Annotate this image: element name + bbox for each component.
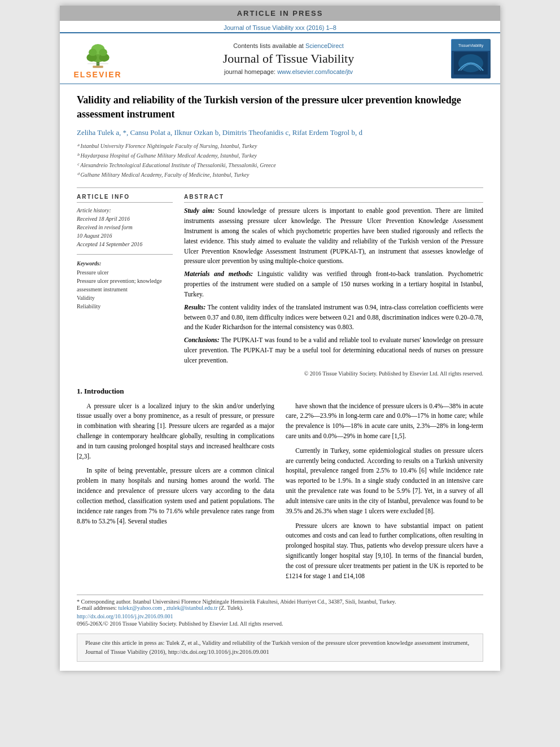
keyword-3: Validity bbox=[77, 294, 173, 302]
affiliation-d: ᵈ Gulhane Military Medical Academy, Facu… bbox=[77, 171, 483, 180]
article-info-abstract: ARTICLE INFO Article history: Received 1… bbox=[77, 194, 483, 376]
received-date: Received 18 April 2016 bbox=[77, 215, 173, 223]
intro-body-text-left: A pressure ulcer is a localized injury t… bbox=[77, 401, 274, 527]
journal-title-header: Journal of Tissue Viability bbox=[134, 51, 443, 66]
intro-para-5: Pressure ulcers are known to have substa… bbox=[286, 521, 483, 582]
affiliation-b: ᵇ Haydarpasa Hospital of Gulhane Militar… bbox=[77, 151, 483, 160]
intro-body: A pressure ulcer is a localized injury t… bbox=[77, 401, 483, 586]
copyright: © 2016 Tissue Viability Society. Publish… bbox=[184, 370, 483, 377]
svg-rect-7 bbox=[93, 66, 103, 68]
email-link-1[interactable]: tulekz@yahoo.com bbox=[118, 605, 162, 611]
keyword-1: Pressure ulcer bbox=[77, 268, 173, 277]
citation-box: Please cite this article in press as: Tu… bbox=[77, 634, 483, 662]
elsevier-label: ELSEVIER bbox=[73, 70, 121, 79]
corresponding-author: * Corresponding author. Istanbul Univers… bbox=[77, 599, 483, 605]
journal-header-center: Contents lists available at ScienceDirec… bbox=[134, 42, 443, 75]
divider-keywords bbox=[77, 254, 173, 255]
keyword-2: Pressure ulcer prevention; knowledge ass… bbox=[77, 277, 173, 294]
article-info-header: ARTICLE INFO bbox=[77, 194, 173, 203]
homepage-link[interactable]: www.elsevier.com/locate/jtv bbox=[277, 68, 353, 75]
elsevier-logo: ELSEVIER bbox=[67, 38, 129, 79]
intro-right-col: have shown that the incidence of pressur… bbox=[286, 401, 483, 586]
intro-left-col: A pressure ulcer is a localized injury t… bbox=[77, 401, 274, 586]
keywords-list: Pressure ulcer Pressure ulcer prevention… bbox=[77, 268, 173, 311]
abstract-methods: Materials and methods: Linguistic validi… bbox=[184, 269, 483, 299]
issn-line: 0965-206X/© 2016 Tissue Viability Societ… bbox=[77, 621, 483, 627]
svg-point-5 bbox=[89, 49, 97, 56]
article-title: Validity and reliability of the Turkish … bbox=[77, 93, 483, 121]
abstract-results: Results: The content validity index of t… bbox=[184, 303, 483, 333]
abstract-study-aim: Study aim: Sound knowledge of pressure u… bbox=[184, 206, 483, 267]
journal-header: ELSEVIER Contents lists available at Sci… bbox=[60, 32, 500, 84]
article-info-column: ARTICLE INFO Article history: Received 1… bbox=[77, 194, 173, 376]
abstract-text: Study aim: Sound knowledge of pressure u… bbox=[184, 206, 483, 365]
journal-logo-right: TissueViability bbox=[448, 39, 493, 78]
history-label: Article history: bbox=[77, 206, 173, 215]
homepage-line: journal homepage: www.elsevier.com/locat… bbox=[134, 68, 443, 75]
affiliation-c: ᶜ Alexandreio Technological Educational … bbox=[77, 161, 483, 170]
doi-line[interactable]: http://dx.doi.org/10.1016/j.jtv.2016.09.… bbox=[77, 613, 483, 619]
introduction-section: 1. Introduction A pressure ulcer is a lo… bbox=[77, 387, 483, 586]
intro-title: 1. Introduction bbox=[77, 387, 483, 396]
keywords-label: Keywords: bbox=[77, 260, 173, 267]
abstract-column: ABSTRACT Study aim: Sound knowledge of p… bbox=[184, 194, 483, 376]
sciencedirect-line: Contents lists available at ScienceDirec… bbox=[134, 42, 443, 49]
intro-para-2: In spite of being preventable, pressure … bbox=[77, 466, 274, 526]
intro-para-3: have shown that the incidence of pressur… bbox=[286, 401, 483, 442]
email-link-2[interactable]: ztulek@istanbul.edu.tr bbox=[167, 605, 218, 611]
journal-citation: Journal of Tissue Viability xxx (2016) 1… bbox=[60, 21, 500, 32]
intro-para-4: Currently in Turkey, some epidemiologica… bbox=[286, 446, 483, 517]
sciencedirect-link[interactable]: ScienceDirect bbox=[305, 42, 344, 49]
svg-point-6 bbox=[99, 49, 107, 56]
abstract-header: ABSTRACT bbox=[184, 194, 483, 203]
email-line: E-mail addresses: tulekz@yahoo.com , ztu… bbox=[77, 605, 483, 611]
abstract-conclusions: Conclusions: The PUPKAI-T was found to b… bbox=[184, 335, 483, 365]
affiliation-a: ᵃ Istanbul University Florence Nightinga… bbox=[77, 142, 483, 151]
authors: Zeliha Tulek a, *, Cansu Polat a, Ilknur… bbox=[77, 128, 483, 137]
accepted-date: Accepted 14 September 2016 bbox=[77, 240, 173, 248]
article-history: Article history: Received 18 April 2016 … bbox=[77, 206, 173, 248]
divider-1 bbox=[77, 187, 483, 188]
revised-date: 10 August 2016 bbox=[77, 231, 173, 240]
footnote-area: * Corresponding author. Istanbul Univers… bbox=[77, 595, 483, 627]
affiliations: ᵃ Istanbul University Florence Nightinga… bbox=[77, 142, 483, 180]
keyword-4: Reliability bbox=[77, 302, 173, 311]
svg-text:TissueViability: TissueViability bbox=[458, 43, 484, 48]
tissue-viability-logo: TissueViability bbox=[451, 39, 491, 78]
intro-para-1: A pressure ulcer is a localized injury t… bbox=[77, 401, 274, 462]
intro-body-text-right: have shown that the incidence of pressur… bbox=[286, 401, 483, 582]
aip-banner: ARTICLE IN PRESS bbox=[60, 6, 500, 21]
main-content: Validity and reliability of the Turkish … bbox=[60, 84, 500, 671]
revised-label: Received in revised form bbox=[77, 223, 173, 231]
